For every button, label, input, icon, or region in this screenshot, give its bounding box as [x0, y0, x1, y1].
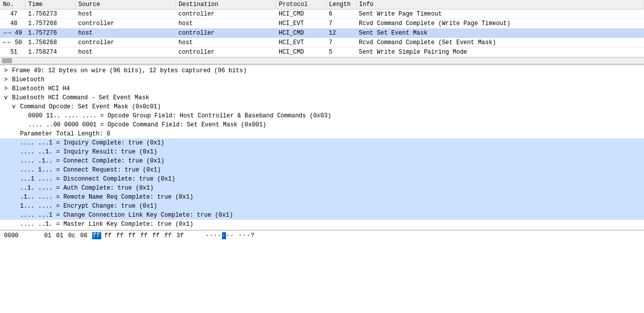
hex-byte-8: ff — [140, 232, 149, 239]
cell-protocol: HCI_CMD — [276, 48, 326, 57]
detail-row-inquiry_result[interactable]: .... ..1. = Inquiry Result: true (0x1) — [0, 147, 644, 156]
detail-text-master_link_key: .... ..1. = Master Link Key Complete: tr… — [20, 221, 193, 228]
cell-time: 1.757268 — [25, 19, 75, 29]
cell-destination: host — [175, 19, 276, 29]
cell-destination: host — [175, 38, 276, 48]
packet-row-51[interactable]: 51 1.758274 host controller HCI_CMD 5 Se… — [0, 48, 644, 57]
cell-length: 5 — [326, 48, 356, 57]
cell-protocol: HCI_CMD — [276, 10, 326, 19]
cell-length: 7 — [326, 19, 356, 29]
cell-time: 1.756273 — [25, 10, 75, 19]
detail-text-change_conn_link: .... ...1 = Change Connection Link Key C… — [20, 212, 233, 219]
cell-length: 12 — [326, 29, 356, 38]
detail-row-auth_complete[interactable]: ..1. .... = Auth Complete: true (0x1) — [0, 184, 644, 193]
col-header-source: Source — [75, 0, 175, 10]
hex-byte-4: ff — [92, 232, 101, 239]
cell-source: host — [75, 29, 175, 38]
cell-length: 6 — [326, 10, 356, 19]
detail-row-change_conn_link[interactable]: .... ...1 = Change Connection Link Key C… — [0, 211, 644, 220]
detail-text-remote_name_req: .1.. .... = Remote Name Req Complete: tr… — [20, 194, 193, 201]
cell-length: 7 — [326, 38, 356, 48]
detail-expand-frame[interactable]: > — [4, 67, 10, 74]
detail-text-inquiry_result: .... ..1. = Inquiry Result: true (0x1) — [20, 148, 157, 155]
detail-text-inquiry_complete: .... ...1 = Inquiry Complete: true (0x1) — [20, 139, 164, 146]
cell-no: 48 — [0, 19, 25, 29]
cell-info: Rcvd Command Complete (Write Page Timeou… — [356, 19, 643, 29]
col-header-length: Length — [326, 0, 356, 10]
detail-text-encrypt_change: 1... .... = Encrypt Change: true (0x1) — [20, 203, 157, 210]
hex-byte-7: ff — [128, 232, 137, 239]
hex-byte-10: ff — [164, 232, 173, 239]
detail-row-opcode_group[interactable]: 0000 11.. .... .... = Opcode Group Field… — [0, 111, 644, 120]
cell-protocol: HCI_EVT — [276, 19, 326, 29]
hex-byte-11: 3f — [176, 232, 185, 239]
detail-row-cmd_opcode[interactable]: vCommand Opcode: Set Event Mask (0x0c01) — [0, 102, 644, 111]
packet-row-48[interactable]: 48 1.757268 controller host HCI_EVT 7 Rc… — [0, 19, 644, 29]
hex-byte-0: 01 — [44, 232, 53, 239]
detail-row-disconnect_complete[interactable]: ...1 .... = Disconnect Complete: true (0… — [0, 175, 644, 184]
cell-source: controller — [75, 38, 175, 48]
cell-info: Sent Write Page Timeout — [356, 10, 643, 19]
detail-expand-bluetooth[interactable]: > — [4, 76, 10, 83]
detail-text-cmd_opcode: Command Opcode: Set Event Mask (0x0c01) — [20, 103, 161, 110]
detail-text-hci_cmd: Bluetooth HCI Command - Set Event Mask — [12, 94, 149, 101]
detail-text-auth_complete: ..1. .... = Auth Complete: true (0x1) — [20, 185, 153, 192]
detail-row-opcode_cmd[interactable]: .... ..00 0000 0001 = Opcode Command Fie… — [0, 120, 644, 129]
packet-row-49[interactable]: → 49 1.757276 host controller HCI_CMD 12… — [0, 29, 644, 38]
detail-row-remote_name_req[interactable]: .1.. .... = Remote Name Req Complete: tr… — [0, 193, 644, 202]
packet-row-47[interactable]: 47 1.756273 host controller HCI_CMD 6 Se… — [0, 10, 644, 19]
col-header-protocol: Protocol — [276, 0, 326, 10]
detail-row-master_link_key[interactable]: .... ..1. = Master Link Key Complete: tr… — [0, 220, 644, 229]
ascii-before: ···· — [205, 232, 222, 239]
cell-protocol: HCI_EVT — [276, 38, 326, 48]
detail-row-hci_cmd[interactable]: vBluetooth HCI Command - Set Event Mask — [0, 93, 644, 102]
hex-bytes: 01010c08ffffffffffffff3f — [44, 232, 185, 239]
detail-row-bluetooth[interactable]: >Bluetooth — [0, 75, 644, 84]
detail-text-opcode_cmd: .... ..00 0000 0001 = Opcode Command Fie… — [28, 121, 266, 128]
hex-byte-1: 01 — [56, 232, 65, 239]
detail-text-opcode_group: 0000 11.. .... .... = Opcode Group Field… — [28, 112, 331, 119]
detail-text-disconnect_complete: ...1 .... = Disconnect Complete: true (0… — [20, 176, 175, 183]
cell-protocol: HCI_CMD — [276, 29, 326, 38]
col-header-no: No. — [0, 0, 25, 10]
cell-time: 1.757276 — [25, 29, 75, 38]
col-header-time: Time — [25, 0, 75, 10]
packet-list-header: No. Time Source Destination Protocol Len… — [0, 0, 644, 10]
cell-no: ← 50 — [0, 38, 25, 48]
cell-source: host — [75, 48, 175, 57]
cell-no: 51 — [0, 48, 25, 57]
cell-destination: controller — [175, 29, 276, 38]
cell-destination: controller — [175, 10, 276, 19]
hex-byte-3: 08 — [80, 232, 89, 239]
detail-row-connect_complete[interactable]: .... .1.. = Connect Complete: true (0x1) — [0, 156, 644, 166]
cell-no: → 49 — [0, 29, 25, 38]
detail-row-frame[interactable]: >Frame 49: 12 bytes on wire (96 bits), 1… — [0, 66, 644, 75]
detail-row-encrypt_change[interactable]: 1... .... = Encrypt Change: true (0x1) — [0, 202, 644, 211]
cell-time: 1.758274 — [25, 48, 75, 57]
col-header-destination: Destination — [175, 0, 276, 10]
cell-info: Sent Set Event Mask — [356, 29, 643, 38]
horizontal-scrollbar[interactable] — [0, 57, 644, 64]
detail-row-connect_request[interactable]: .... 1... = Connect Request: true (0x1) — [0, 166, 644, 175]
packet-row-50[interactable]: ← 50 1.758268 controller host HCI_EVT 7 … — [0, 38, 644, 48]
col-header-info: Info — [356, 0, 643, 10]
detail-row-inquiry_complete[interactable]: .... ...1 = Inquiry Complete: true (0x1) — [0, 138, 644, 147]
detail-text-connect_complete: .... .1.. = Connect Complete: true (0x1) — [20, 158, 164, 165]
hex-offset: 0000 — [4, 232, 24, 239]
detail-row-param_len[interactable]: Parameter Total Length: 8 — [0, 129, 644, 138]
detail-row-hci_h4[interactable]: >Bluetooth HCI H4 — [0, 84, 644, 93]
hex-byte-9: ff — [152, 232, 161, 239]
detail-text-frame: Frame 49: 12 bytes on wire (96 bits), 12… — [12, 67, 247, 74]
ascii-after: ·· ···? — [226, 232, 255, 239]
packet-list: No. Time Source Destination Protocol Len… — [0, 0, 644, 57]
scrollbar-thumb[interactable] — [2, 58, 12, 63]
cell-destination: controller — [175, 48, 276, 57]
detail-expand-hci_cmd[interactable]: v — [4, 94, 10, 101]
ascii-selected: · — [222, 232, 226, 239]
detail-expand-cmd_opcode[interactable]: v — [12, 103, 18, 110]
detail-expand-hci_h4[interactable]: > — [4, 85, 10, 92]
detail-text-connect_request: .... 1... = Connect Request: true (0x1) — [20, 167, 161, 174]
hex-byte-2: 0c — [68, 232, 77, 239]
hex-panel: 0000 01010c08ffffffffffffff3f ······· ··… — [0, 230, 644, 241]
cell-source: host — [75, 10, 175, 19]
